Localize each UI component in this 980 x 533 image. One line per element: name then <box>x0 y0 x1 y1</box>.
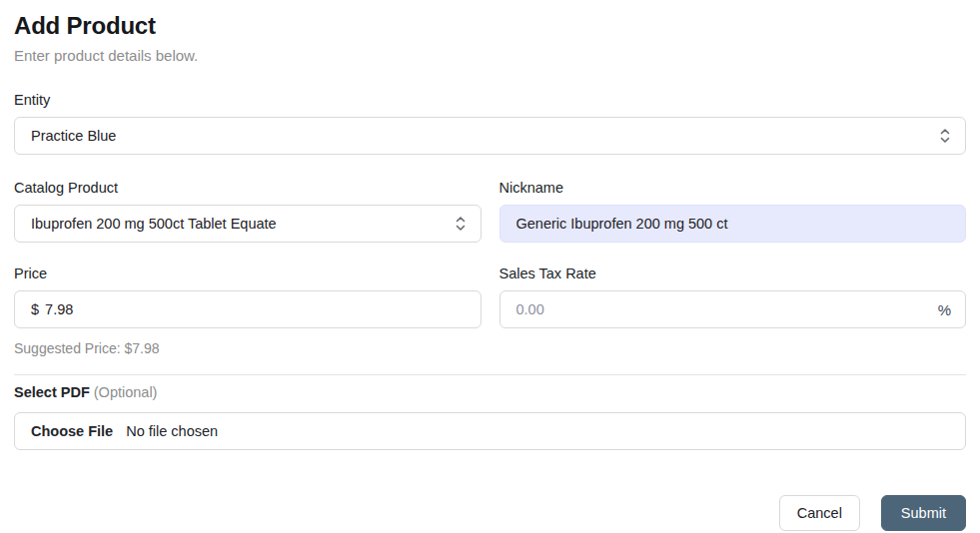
price-tax-row: Price $ Sales Tax Rate % <box>14 266 966 328</box>
sales-tax-label: Sales Tax Rate <box>499 266 967 281</box>
cancel-button[interactable]: Cancel <box>779 495 860 531</box>
file-chosen-status: No file chosen <box>126 423 218 439</box>
suggested-price-hint: Suggested Price: $7.98 <box>14 340 966 356</box>
percent-suffix: % <box>938 301 951 318</box>
catalog-product-label: Catalog Product <box>14 180 482 196</box>
price-field-wrapper: $ <box>14 290 482 328</box>
catalog-product-field-group: Catalog Product Ibuprofen 200 mg 500ct T… <box>14 180 482 243</box>
price-input[interactable] <box>45 301 466 317</box>
price-label: Price <box>14 266 482 281</box>
page-subtitle: Enter product details below. <box>14 47 966 64</box>
entity-field-group: Entity Practice Blue <box>14 92 966 155</box>
nickname-field-group: Nickname <box>499 180 967 243</box>
entity-label: Entity <box>14 92 966 108</box>
submit-button[interactable]: Submit <box>881 495 966 531</box>
pdf-optional-note: (Optional) <box>94 384 158 400</box>
sales-tax-field-wrapper: % <box>499 290 967 328</box>
currency-prefix: $ <box>31 301 39 317</box>
page-title: Add Product <box>14 12 966 40</box>
entity-select-value: Practice Blue <box>31 128 116 144</box>
section-divider <box>14 374 966 375</box>
entity-select[interactable]: Practice Blue <box>14 117 966 155</box>
pdf-label-text: Select PDF <box>14 384 90 400</box>
price-field-group: Price $ <box>14 266 482 328</box>
choose-file-button[interactable]: Choose File <box>31 423 113 439</box>
pdf-label: Select PDF (Optional) <box>14 384 966 400</box>
catalog-product-select-value: Ibuprofen 200 mg 500ct Tablet Equate <box>31 216 277 232</box>
sales-tax-field-group: Sales Tax Rate % <box>499 266 967 328</box>
catalog-product-select[interactable]: Ibuprofen 200 mg 500ct Tablet Equate <box>14 205 482 243</box>
form-actions: Cancel Submit <box>14 495 966 531</box>
nickname-label: Nickname <box>499 180 967 196</box>
sales-tax-input[interactable] <box>516 301 930 317</box>
nickname-field-wrapper <box>499 205 967 243</box>
nickname-input[interactable] <box>516 216 952 232</box>
chevron-updown-icon <box>939 127 951 145</box>
chevron-updown-icon <box>455 215 467 233</box>
catalog-nickname-row: Catalog Product Ibuprofen 200 mg 500ct T… <box>14 180 966 243</box>
pdf-file-input[interactable]: Choose File No file chosen <box>14 412 966 450</box>
